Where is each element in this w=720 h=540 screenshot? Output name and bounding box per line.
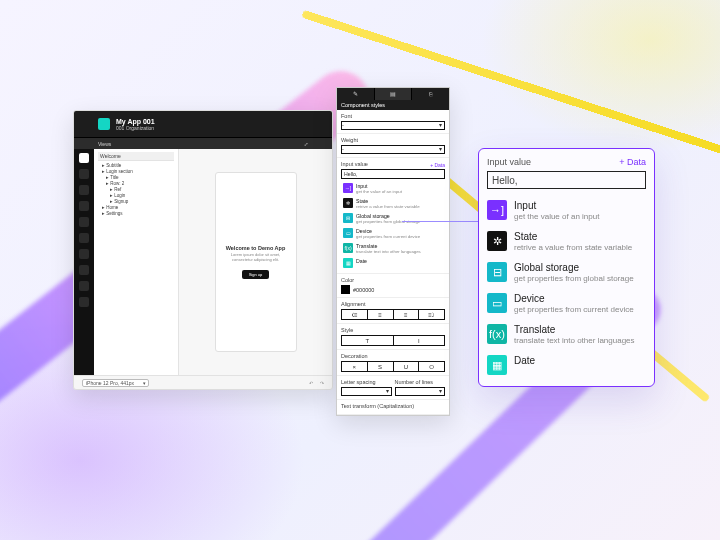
numlines-input[interactable] bbox=[395, 387, 446, 396]
data-option[interactable]: f(x)Translatetranslate text into other l… bbox=[341, 241, 445, 256]
data-option[interactable]: ▭Deviceget properties from current devic… bbox=[341, 226, 445, 241]
team-icon[interactable] bbox=[79, 265, 89, 275]
option-desc: get properties from current device bbox=[514, 305, 634, 314]
decoration-btn-3[interactable]: O bbox=[419, 361, 445, 372]
side-nav bbox=[74, 149, 94, 375]
tree-item[interactable]: ▸ Settings bbox=[102, 211, 174, 216]
option-icon: ⊟ bbox=[343, 213, 353, 223]
data-option[interactable]: →]Inputget the value of an input bbox=[341, 181, 445, 196]
tree-item[interactable]: ▸ Subtitle bbox=[102, 163, 174, 168]
views-bar: Views ⤢ bbox=[74, 137, 332, 149]
add-data-link-sm[interactable]: + Data bbox=[430, 162, 445, 168]
canvas[interactable]: Welcome to Demo App Lorem ipsum dolor si… bbox=[179, 149, 332, 375]
decoration-btn-0[interactable]: × bbox=[341, 361, 368, 372]
tree-tab[interactable]: Welcome bbox=[98, 152, 174, 161]
tree-item[interactable]: ▸ Ref bbox=[110, 187, 174, 192]
align-btn-2[interactable]: ≡ bbox=[394, 309, 420, 320]
decoration-label: Decoration bbox=[341, 353, 445, 359]
option-icon: ✲ bbox=[487, 231, 507, 251]
letterspacing-label: Letter spacing bbox=[341, 379, 392, 385]
data-option[interactable]: ✲Stateretrive a value from state variabl… bbox=[341, 196, 445, 211]
align-btn-3[interactable]: ≡⟯ bbox=[419, 309, 445, 320]
pencil-icon[interactable]: ✎ bbox=[337, 88, 375, 100]
editor-footer: iPhone 12 Pro, 441px ↶ ↷ bbox=[74, 375, 332, 389]
inputvalue-field[interactable]: Hello, bbox=[341, 169, 445, 179]
styles-icon[interactable]: ▤ bbox=[375, 88, 413, 100]
alignment-label: Alignment bbox=[341, 301, 445, 307]
data-dropdown-sm: →]Inputget the value of an input✲Statere… bbox=[341, 181, 445, 270]
add-data-link[interactable]: + Data bbox=[619, 157, 646, 167]
numlines-label: Number of lines bbox=[395, 379, 446, 385]
decoration-btn-2[interactable]: U bbox=[394, 361, 420, 372]
device-select[interactable]: iPhone 12 Pro, 441px bbox=[82, 379, 149, 387]
device-frame: Welcome to Demo App Lorem ipsum dolor si… bbox=[215, 172, 297, 352]
data-icon[interactable] bbox=[79, 217, 89, 227]
users-icon[interactable] bbox=[79, 249, 89, 259]
callout-label: Input value bbox=[487, 157, 531, 167]
logic-icon[interactable] bbox=[79, 201, 89, 211]
data-option[interactable]: ▦Date bbox=[487, 350, 646, 380]
color-swatch[interactable] bbox=[341, 285, 350, 294]
option-icon: ▭ bbox=[487, 293, 507, 313]
font-select[interactable]: - bbox=[341, 121, 445, 130]
option-icon: ▦ bbox=[343, 258, 353, 268]
tree-item[interactable]: ▸ Login section bbox=[102, 169, 174, 174]
theme-icon[interactable] bbox=[79, 233, 89, 243]
letterspacing-input[interactable] bbox=[341, 387, 392, 396]
styles-panel: ✎▤⎘ Component styles Font - Weight - Inp… bbox=[336, 87, 450, 416]
option-title: Date bbox=[356, 258, 443, 264]
align-btn-0[interactable]: ⟮≡ bbox=[341, 309, 368, 320]
tree-item[interactable]: ▸ Signup bbox=[110, 199, 174, 204]
data-option[interactable]: ▦Date bbox=[341, 256, 445, 270]
add-icon[interactable] bbox=[79, 169, 89, 179]
data-option[interactable]: f(x)Translatetranslate text into other l… bbox=[487, 319, 646, 350]
option-title: Translate bbox=[514, 324, 635, 335]
weight-select[interactable]: - bbox=[341, 145, 445, 154]
publish-icon[interactable] bbox=[79, 281, 89, 291]
tree-item[interactable]: ▸ Row: 2 bbox=[106, 181, 174, 186]
home-icon[interactable] bbox=[79, 153, 89, 163]
style-btn-0[interactable]: T bbox=[341, 335, 394, 346]
option-icon: ▭ bbox=[343, 228, 353, 238]
tree-item[interactable]: ▸ Title bbox=[106, 175, 174, 180]
settings-icon[interactable] bbox=[79, 297, 89, 307]
option-title: Input bbox=[514, 200, 599, 211]
option-desc: get properties from global storage bbox=[514, 274, 634, 283]
option-icon: →] bbox=[343, 183, 353, 193]
design-icon[interactable] bbox=[79, 185, 89, 195]
data-option[interactable]: ⊟Global storageget properties from globa… bbox=[341, 211, 445, 226]
data-option[interactable]: ⊟Global storageget properties from globa… bbox=[487, 257, 646, 288]
title-bar: My App 001 001 Organization bbox=[74, 111, 332, 137]
option-title: Date bbox=[514, 355, 535, 366]
tree-item[interactable]: ▸ Login bbox=[110, 193, 174, 198]
texttransform-label: Text transform (Capitalization) bbox=[341, 403, 445, 409]
data-option[interactable]: →]Inputget the value of an input bbox=[487, 195, 646, 226]
link-icon[interactable]: ⎘ bbox=[412, 88, 449, 100]
option-icon: f(x) bbox=[343, 243, 353, 253]
tree-item[interactable]: ▸ Home bbox=[102, 205, 174, 210]
data-option[interactable]: ▭Deviceget properties from current devic… bbox=[487, 288, 646, 319]
option-desc: get the value of an input bbox=[514, 212, 599, 221]
style-btn-1[interactable]: I bbox=[394, 335, 446, 346]
option-title: State bbox=[514, 231, 632, 242]
option-desc: translate text into other languages bbox=[514, 336, 635, 345]
color-value: #000000 bbox=[353, 287, 374, 293]
decoration-btn-1[interactable]: S bbox=[368, 361, 394, 372]
app-logo bbox=[98, 118, 110, 130]
app-editor-window: My App 001 001 Organization Views ⤢ Welc… bbox=[73, 110, 333, 390]
color-label: Color bbox=[341, 277, 445, 283]
undo-button[interactable]: ↶ bbox=[309, 380, 313, 386]
align-btn-1[interactable]: ≡ bbox=[368, 309, 394, 320]
option-icon: →] bbox=[487, 200, 507, 220]
redo-button[interactable]: ↷ bbox=[320, 380, 324, 386]
option-icon: ▦ bbox=[487, 355, 507, 375]
inputvalue-label: Input value bbox=[341, 161, 368, 167]
signup-button[interactable]: Sign up bbox=[242, 270, 270, 279]
data-option[interactable]: ✲Stateretrive a value from state variabl… bbox=[487, 226, 646, 257]
views-expand-icon[interactable]: ⤢ bbox=[304, 141, 308, 147]
option-desc: get the value of an input bbox=[356, 189, 443, 194]
app-org: 001 Organization bbox=[116, 125, 155, 131]
callout-input[interactable]: Hello, bbox=[487, 171, 646, 189]
canvas-body: Lorem ipsum dolor sit amet, consectetur … bbox=[222, 253, 290, 262]
style-label: Style bbox=[341, 327, 445, 333]
